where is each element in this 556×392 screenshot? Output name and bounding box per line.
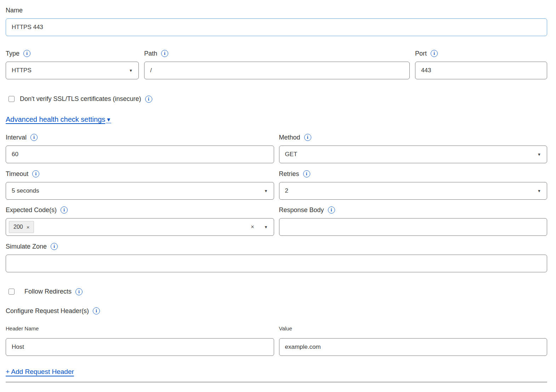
simulate-zone-field: Simulate Zone i	[6, 243, 547, 272]
header-value-input[interactable]	[279, 338, 548, 356]
caret-down-icon: ▼	[106, 117, 111, 123]
follow-redirects-checkbox[interactable]	[8, 289, 15, 295]
expected-codes-field: Expected Code(s) i 200 × × ▼	[6, 206, 274, 236]
method-info-icon[interactable]: i	[304, 134, 311, 141]
add-request-header-link[interactable]: + Add Request Header	[6, 368, 74, 375]
retries-field: Retries i 2 ▼	[279, 170, 548, 200]
header-inputs-row	[6, 338, 547, 356]
code-tag: 200 ×	[9, 221, 34, 233]
type-select-value: HTTPS	[12, 67, 32, 74]
response-body-label: Response Body i	[279, 206, 548, 214]
simulate-zone-input[interactable]	[6, 255, 547, 272]
timeout-select[interactable]: 5 seconds ▼	[6, 182, 274, 200]
path-input[interactable]	[144, 62, 410, 79]
follow-redirects-label: Follow Redirects i	[24, 288, 83, 295]
chevron-down-icon[interactable]: ▼	[264, 225, 268, 229]
timeout-select-value: 5 seconds	[12, 187, 39, 194]
name-label-text: Name	[6, 6, 23, 14]
simulate-zone-label: Simulate Zone i	[6, 243, 547, 250]
ssl-verify-label-text: Don't verify SSL/TLS certificates (insec…	[20, 95, 141, 103]
port-info-icon[interactable]: i	[431, 50, 438, 57]
method-select-value: GET	[285, 151, 297, 158]
type-path-port-row: Type i HTTPS ▼ Path i Port i	[6, 50, 547, 79]
path-label: Path i	[144, 50, 410, 57]
codes-body-row: Expected Code(s) i 200 × × ▼ Response Bo…	[6, 206, 547, 236]
chevron-down-icon: ▼	[537, 189, 541, 193]
follow-redirects-row: Follow Redirects i	[6, 288, 547, 295]
configure-headers-info-icon[interactable]: i	[93, 307, 100, 314]
simulate-zone-info-icon[interactable]: i	[51, 243, 58, 250]
chevron-down-icon: ▼	[264, 189, 268, 193]
timeout-label-text: Timeout	[6, 170, 28, 178]
timeout-info-icon[interactable]: i	[32, 170, 39, 177]
retries-select[interactable]: 2 ▼	[279, 182, 548, 200]
name-label: Name	[6, 6, 547, 14]
expected-codes-label: Expected Code(s) i	[6, 206, 274, 214]
interval-method-row: Interval i Method i GET ▼	[6, 133, 547, 163]
configure-headers-label-text: Configure Request Header(s)	[6, 307, 89, 315]
path-field: Path i	[144, 50, 410, 79]
follow-redirects-info-icon[interactable]: i	[75, 288, 83, 295]
timeout-retries-row: Timeout i 5 seconds ▼ Retries i 2 ▼	[6, 170, 547, 200]
retries-select-value: 2	[285, 187, 288, 194]
advanced-settings-link[interactable]: Advanced health check settings ▼	[6, 115, 111, 124]
configure-headers-row: Configure Request Header(s) i	[6, 307, 547, 315]
method-select[interactable]: GET ▼	[279, 146, 548, 163]
section-divider	[6, 382, 547, 382]
tag-remove-icon[interactable]: ×	[27, 224, 30, 230]
interval-field: Interval i	[6, 133, 274, 163]
response-body-input[interactable]	[279, 218, 548, 236]
add-header-row: + Add Request Header	[6, 368, 547, 376]
port-label: Port i	[415, 50, 547, 57]
type-label: Type i	[6, 50, 139, 57]
header-name-label: Header Name	[6, 325, 274, 332]
advanced-settings-row: Advanced health check settings ▼	[6, 115, 547, 124]
port-field: Port i	[415, 50, 547, 79]
ssl-verify-checkbox[interactable]	[8, 96, 15, 102]
expected-codes-multiselect[interactable]: 200 × × ▼	[6, 218, 274, 236]
path-label-text: Path	[144, 50, 157, 57]
retries-info-icon[interactable]: i	[303, 170, 310, 177]
configure-headers-label: Configure Request Header(s) i	[6, 307, 100, 315]
advanced-settings-link-text: Advanced health check settings	[6, 115, 105, 124]
interval-info-icon[interactable]: i	[30, 134, 38, 141]
chevron-down-icon: ▼	[129, 68, 133, 73]
ssl-verify-row: Don't verify SSL/TLS certificates (insec…	[6, 95, 547, 103]
method-label: Method i	[279, 133, 548, 141]
header-name-input[interactable]	[6, 338, 274, 356]
timeout-label: Timeout i	[6, 170, 274, 178]
follow-redirects-label-text: Follow Redirects	[24, 288, 72, 295]
code-tag-text: 200	[13, 224, 23, 230]
response-body-label-text: Response Body	[279, 206, 324, 214]
retries-label-text: Retries	[279, 170, 299, 178]
clear-all-icon[interactable]: ×	[251, 224, 254, 230]
method-field: Method i GET ▼	[279, 133, 548, 163]
path-info-icon[interactable]: i	[161, 50, 168, 57]
interval-label: Interval i	[6, 133, 274, 141]
retries-label: Retries i	[279, 170, 548, 178]
port-input[interactable]	[415, 62, 547, 79]
chevron-down-icon: ▼	[537, 152, 541, 157]
ssl-verify-info-icon[interactable]: i	[145, 96, 152, 103]
type-field: Type i HTTPS ▼	[6, 50, 139, 79]
ssl-verify-label: Don't verify SSL/TLS certificates (insec…	[20, 95, 152, 103]
expected-codes-label-text: Expected Code(s)	[6, 206, 57, 214]
health-check-form: Name Type i HTTPS ▼ Path i Port i	[0, 0, 556, 382]
response-body-info-icon[interactable]: i	[328, 206, 335, 214]
simulate-zone-label-text: Simulate Zone	[6, 243, 47, 250]
interval-label-text: Interval	[6, 133, 27, 141]
port-label-text: Port	[415, 50, 427, 57]
interval-input[interactable]	[6, 146, 274, 163]
type-label-text: Type	[6, 50, 19, 57]
type-select[interactable]: HTTPS ▼	[6, 62, 139, 79]
method-label-text: Method	[279, 133, 300, 141]
header-value-label: Value	[279, 325, 548, 332]
timeout-field: Timeout i 5 seconds ▼	[6, 170, 274, 200]
type-info-icon[interactable]: i	[23, 50, 30, 57]
name-input[interactable]	[6, 18, 547, 36]
header-labels-row: Header Name Value	[6, 325, 547, 332]
response-body-field: Response Body i	[279, 206, 548, 236]
expected-codes-info-icon[interactable]: i	[61, 206, 68, 214]
